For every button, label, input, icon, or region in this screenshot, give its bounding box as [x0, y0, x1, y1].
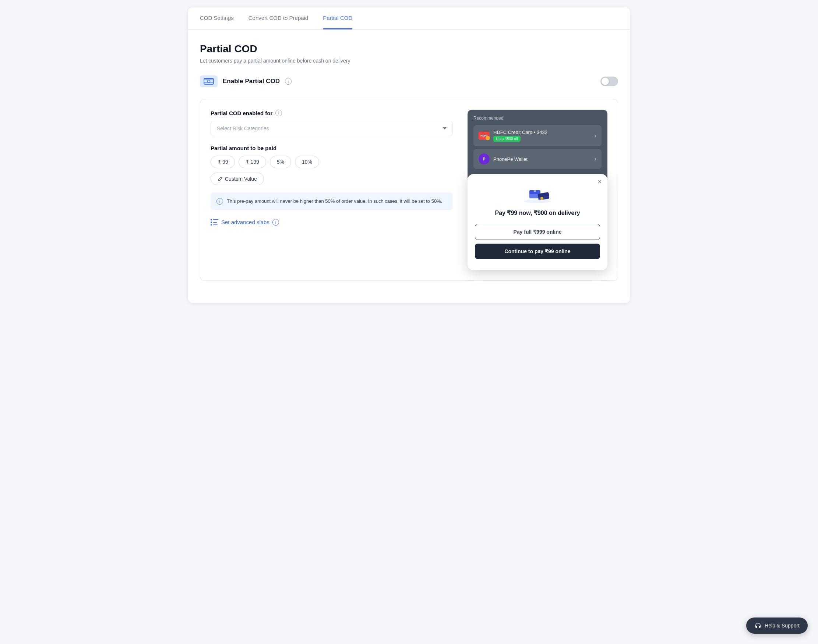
tab-convert-cod[interactable]: Convert COD to Prepaid — [249, 8, 308, 29]
enable-label: Enable Partial COD — [223, 78, 280, 85]
phonepe-name: PhonePe Wallet — [493, 156, 528, 162]
card-left: Partial COD enabled for i Select Risk Ca… — [210, 110, 453, 225]
amount-option-99[interactable]: ₹ 99 — [210, 156, 235, 168]
amount-option-199[interactable]: ₹ 199 — [239, 156, 266, 168]
tab-cod-settings[interactable]: COD Settings — [200, 8, 234, 29]
hdfc-chevron-icon: › — [594, 132, 596, 139]
page-title: Partial COD — [200, 43, 618, 55]
svg-rect-0 — [204, 78, 213, 84]
amount-option-5pct[interactable]: 5% — [270, 156, 291, 168]
help-support-button[interactable]: Help & Support — [746, 618, 808, 634]
slabs-icon — [210, 219, 218, 225]
phonepe-option[interactable]: P PhonePe Wallet › — [473, 149, 602, 169]
svg-point-1 — [208, 80, 210, 83]
svg-point-10 — [524, 199, 551, 203]
hdfc-discount: Upto ₹500 off — [493, 136, 520, 142]
hdfc-card-icon: HDFC — [479, 132, 490, 140]
tab-bar: COD Settings Convert COD to Prepaid Part… — [188, 8, 630, 30]
risk-category-dropdown[interactable]: Select Risk Categories — [210, 121, 453, 136]
recommended-label: Recommended — [473, 115, 602, 121]
page-subtitle: Let customers pay a partial amount onlin… — [200, 58, 618, 64]
enable-toggle[interactable] — [600, 77, 618, 86]
info-box-icon: i — [216, 198, 223, 205]
popup-illustration — [475, 183, 600, 205]
enable-info-icon[interactable]: i — [285, 78, 292, 84]
custom-value-button[interactable]: Custom Value — [210, 173, 264, 185]
continue-pay-99-button[interactable]: Continue to pay ₹99 online — [475, 244, 600, 259]
info-box: i This pre-pay amount will never be high… — [210, 192, 453, 210]
pay-full-online-button[interactable]: Pay full ₹999 online — [475, 224, 600, 240]
popup-close-button[interactable]: × — [597, 178, 602, 185]
partial-cod-icon — [200, 75, 218, 87]
settings-card: Partial COD enabled for i Select Risk Ca… — [200, 99, 618, 281]
phonepe-chevron-icon: › — [594, 156, 596, 162]
phone-preview: Recommended HDFC HDFC Credit Card • 3432… — [468, 110, 608, 178]
phonepe-wallet-icon: P — [479, 153, 490, 164]
tab-partial-cod[interactable]: Partial COD — [323, 8, 352, 29]
enable-partial-cod-row: Enable Partial COD i — [200, 75, 618, 87]
partial-cod-popup: × — [468, 174, 608, 270]
popup-title: Pay ₹99 now, ₹900 on delivery — [475, 209, 600, 216]
amount-option-10pct[interactable]: 10% — [295, 156, 319, 168]
enabled-for-info-icon[interactable]: i — [275, 110, 282, 116]
svg-rect-6 — [534, 190, 536, 192]
headphone-icon — [754, 622, 762, 629]
edit-icon — [218, 176, 223, 181]
advanced-slabs-info-icon[interactable]: i — [272, 219, 279, 225]
cod-illustration — [523, 183, 552, 204]
enabled-for-label: Partial COD enabled for i — [210, 110, 453, 116]
hdfc-option[interactable]: HDFC HDFC Credit Card • 3432 Upto ₹500 o… — [473, 125, 602, 146]
chevron-down-icon — [443, 127, 447, 130]
main-content: Partial COD Let customers pay a partial … — [188, 30, 630, 303]
partial-amount-label: Partial amount to be paid — [210, 145, 453, 151]
amount-options: ₹ 99 ₹ 199 5% 10% — [210, 156, 453, 168]
advanced-slabs-link[interactable]: Set advanced slabs i — [210, 219, 453, 225]
info-box-text: This pre-pay amount will never be higher… — [227, 198, 442, 205]
card-right: Recommended HDFC HDFC Credit Card • 3432… — [468, 110, 608, 270]
hdfc-name: HDFC Credit Card • 3432 — [493, 130, 548, 135]
